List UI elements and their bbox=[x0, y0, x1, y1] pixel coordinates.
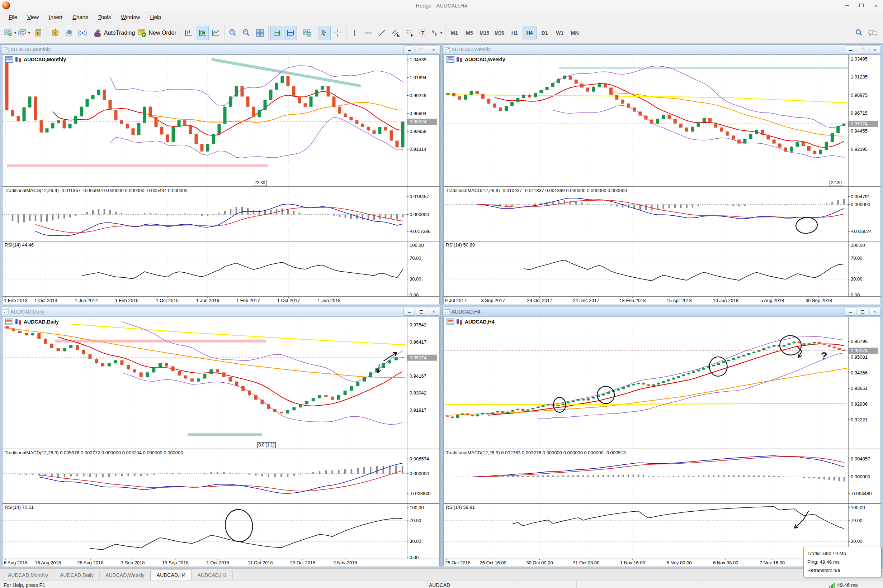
text-tool-button[interactable]: T bbox=[417, 26, 429, 40]
chart-area-monthly[interactable]: 1.045391.018940.992490.966040.939590.913… bbox=[2, 54, 440, 304]
tab-audcad-daily[interactable]: AUDCAD,Daily bbox=[54, 570, 100, 580]
window-close-button[interactable]: × bbox=[428, 45, 439, 53]
chevron-down-icon: ▼ bbox=[14, 31, 17, 35]
window-close-button[interactable]: × bbox=[869, 308, 880, 316]
price-chart-monthly[interactable]: 1.045391.018940.992490.966040.939590.913… bbox=[3, 55, 439, 304]
menu-charts[interactable]: Charts bbox=[68, 12, 93, 21]
vertical-line-tool-button[interactable] bbox=[348, 26, 361, 40]
svg-text:0.95081: 0.95081 bbox=[851, 354, 868, 360]
new-chart-button[interactable]: ▼ bbox=[4, 26, 17, 40]
zoom-in-button[interactable] bbox=[226, 26, 239, 40]
equidistant-channel-tool-button[interactable]: E bbox=[389, 26, 402, 40]
timeframe-w1-button[interactable]: W1 bbox=[553, 27, 567, 39]
timeframe-h1-button[interactable]: H1 bbox=[507, 27, 522, 39]
chart-tab-bar: AUDCAD,MonthlyAUDCAD,DailyAUDCAD,WeeklyA… bbox=[0, 568, 883, 580]
one-click-trading-icon[interactable] bbox=[5, 56, 13, 63]
depth-of-market-icon[interactable] bbox=[15, 57, 21, 62]
restore-button[interactable] bbox=[854, 0, 869, 10]
line-chart-button[interactable] bbox=[209, 26, 223, 40]
window-restore-button[interactable] bbox=[416, 308, 427, 316]
svg-text:26 Oct 16:00: 26 Oct 16:00 bbox=[480, 560, 506, 566]
history-center-button[interactable]: 5 bbox=[49, 26, 62, 40]
tab-audcad-monthly[interactable]: AUDCAD,Monthly bbox=[2, 570, 54, 580]
cursor-tool-button[interactable] bbox=[318, 26, 331, 40]
svg-text:-0.017386: -0.017386 bbox=[409, 229, 431, 234]
depth-of-market-icon[interactable] bbox=[15, 319, 21, 325]
profiles-button[interactable]: ▼ bbox=[18, 26, 31, 40]
zoom-out-button[interactable] bbox=[240, 26, 253, 40]
bar-chart-button[interactable] bbox=[182, 26, 195, 40]
crosshair-tool-button[interactable] bbox=[331, 26, 344, 40]
menu-view[interactable]: View bbox=[22, 12, 44, 21]
close-button[interactable]: × bbox=[869, 0, 883, 10]
window-title: Hedge - AUDCAD,H4 bbox=[0, 3, 883, 9]
depth-of-market-icon[interactable] bbox=[456, 319, 462, 325]
search-icon[interactable] bbox=[853, 26, 865, 40]
candlestick-chart-button[interactable] bbox=[196, 26, 209, 40]
window-minimize-button[interactable] bbox=[403, 308, 415, 316]
templates-button[interactable] bbox=[301, 26, 314, 40]
chart-area-weekly[interactable]: 1.034951.012350.989750.967150.944550.921… bbox=[443, 54, 881, 304]
timeframe-d1-button[interactable]: D1 bbox=[538, 27, 552, 39]
chart-window-titlebar[interactable]: AUDCAD,H4 × bbox=[442, 307, 881, 317]
timeframe-mn-button[interactable]: MN bbox=[568, 27, 582, 39]
window-restore-button[interactable] bbox=[857, 308, 868, 316]
svg-text:5: 5 bbox=[54, 31, 56, 35]
svg-text:1 Feb 2015: 1 Feb 2015 bbox=[115, 298, 139, 303]
timeframe-m30-button[interactable]: M30 bbox=[492, 27, 507, 39]
svg-text:2 Nov 2018: 2 Nov 2018 bbox=[333, 560, 357, 566]
chart-symbol-label: AUDCAD,Monthly bbox=[5, 56, 66, 63]
chart-area-h4[interactable]: 0.957960.950810.943660.936510.929360.922… bbox=[443, 317, 881, 567]
arrows-tool-button[interactable]: ▼ bbox=[430, 26, 443, 40]
chart-window-titlebar[interactable]: AUDCAD,Monthly × bbox=[2, 45, 441, 54]
fibonacci-tool-button[interactable]: F bbox=[403, 26, 416, 40]
market-watch-button[interactable]: $ bbox=[32, 26, 45, 40]
timeframe-m1-button[interactable]: M1 bbox=[447, 27, 462, 39]
window-restore-button[interactable] bbox=[857, 45, 868, 53]
menu-file[interactable]: File bbox=[4, 12, 22, 21]
one-click-trading-icon[interactable] bbox=[447, 318, 454, 325]
tab-audcad-weekly[interactable]: AUDCAD,Weekly bbox=[100, 570, 150, 580]
menu-help[interactable]: Help bbox=[145, 12, 166, 21]
minimize-button[interactable] bbox=[840, 0, 854, 10]
chart-area-daily[interactable]: 0.975420.964170.941670.930420.919170.953… bbox=[2, 317, 440, 567]
chart-window-icon bbox=[3, 309, 9, 314]
chart-shift-button[interactable] bbox=[284, 26, 297, 40]
one-click-trading-icon[interactable] bbox=[5, 318, 13, 325]
trendline-tool-button[interactable] bbox=[376, 26, 388, 40]
chart-window-titlebar[interactable]: AUDCAD,Daily × bbox=[2, 307, 441, 317]
svg-text:28 Aug 2018: 28 Aug 2018 bbox=[77, 560, 103, 566]
menu-tools[interactable]: Tools bbox=[93, 12, 116, 21]
tab-audcad-h1[interactable]: AUDCAD,H1 bbox=[192, 570, 233, 580]
price-chart-daily[interactable]: 0.975420.964170.941670.930420.919170.953… bbox=[3, 317, 439, 566]
autotrading-button[interactable]: AutoTrading bbox=[93, 26, 137, 40]
timeframe-m5-button[interactable]: M5 bbox=[462, 27, 477, 39]
chat-icon[interactable] bbox=[866, 26, 879, 40]
new-order-button[interactable]: New Order bbox=[137, 26, 178, 40]
horizontal-line-tool-button[interactable] bbox=[362, 26, 375, 40]
one-click-trading-icon[interactable] bbox=[447, 56, 454, 63]
window-minimize-button[interactable] bbox=[845, 308, 856, 316]
tile-windows-button[interactable] bbox=[254, 26, 266, 40]
timeframe-m15-button[interactable]: M15 bbox=[477, 27, 492, 39]
auto-scroll-button[interactable] bbox=[271, 26, 283, 40]
window-restore-button[interactable] bbox=[416, 45, 427, 53]
status-connection[interactable]: 49.46 ms bbox=[826, 580, 883, 588]
depth-of-market-icon[interactable] bbox=[456, 57, 462, 62]
navigator-button[interactable] bbox=[62, 26, 75, 40]
chart-window-titlebar[interactable]: AUDCAD,Weekly × bbox=[442, 45, 881, 54]
svg-text:0.95796: 0.95796 bbox=[851, 339, 868, 344]
window-minimize-button[interactable] bbox=[403, 45, 415, 53]
svg-text:30 Sep 2018: 30 Sep 2018 bbox=[806, 298, 832, 303]
timeframe-h4-button[interactable]: H4 bbox=[522, 27, 537, 39]
window-minimize-button[interactable] bbox=[845, 45, 856, 53]
tab-audcad-h4[interactable]: AUDCAD,H4 bbox=[150, 570, 192, 580]
window-close-button[interactable]: × bbox=[869, 45, 880, 53]
menu-insert[interactable]: Insert bbox=[44, 12, 68, 21]
chart-window-title: AUDCAD,Weekly bbox=[451, 46, 490, 52]
window-close-button[interactable]: × bbox=[428, 308, 439, 316]
price-chart-h4[interactable]: 0.957960.950810.943660.936510.929360.922… bbox=[444, 317, 880, 566]
signals-button[interactable] bbox=[76, 26, 89, 40]
price-chart-weekly[interactable]: 1.034951.012350.989750.967150.944550.921… bbox=[444, 55, 880, 304]
menu-window[interactable]: Window bbox=[116, 12, 145, 21]
